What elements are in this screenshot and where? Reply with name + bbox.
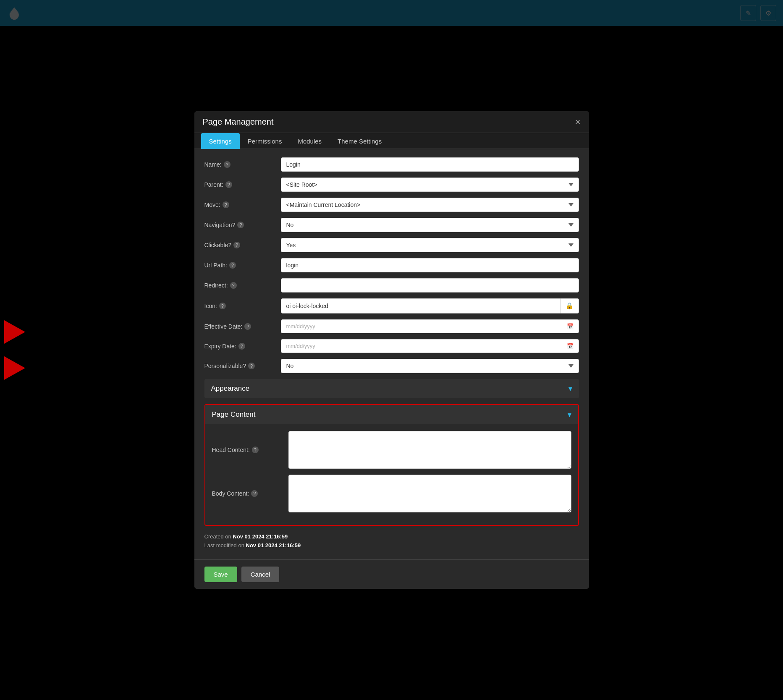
redirect-label: Redirect: ? [204,282,276,289]
body-content-row: Body Content: ? [212,475,571,512]
tab-permissions[interactable]: Permissions [240,133,290,149]
personalizable-row: Personalizable? ? No Yes [204,359,579,373]
modal-title: Page Management [203,117,274,127]
icon-field-group: 🔒 [281,298,579,313]
body-content-label: Body Content: ? [212,490,283,497]
icon-help-icon: ? [219,303,226,309]
appearance-title: Appearance [211,384,250,393]
personalizable-select[interactable]: No Yes [281,359,579,373]
navigation-select[interactable]: No Yes [281,218,579,232]
page-content-body: Head Content: ? Body Content: ? [205,424,578,525]
tab-theme-settings[interactable]: Theme Settings [330,133,390,149]
parent-label: Parent: ? [204,181,276,188]
save-button[interactable]: Save [204,567,237,582]
page-content-header[interactable]: Page Content ▾ [205,405,578,424]
move-row: Move: ? <Maintain Current Location> [204,198,579,212]
navigation-label: Navigation? ? [204,222,276,228]
redirect-help-icon: ? [230,282,237,289]
navigation-row: Navigation? ? No Yes [204,218,579,232]
navigation-help-icon: ? [237,222,244,228]
move-label: Move: ? [204,201,276,208]
close-button[interactable]: × [575,118,581,127]
expiry-date-calendar-icon: 📅 [567,343,574,349]
clickable-help-icon: ? [233,242,240,248]
icon-input[interactable] [281,298,560,313]
arrow-right-1 [4,320,25,344]
cancel-button[interactable]: Cancel [241,567,280,582]
head-content-row: Head Content: ? [212,431,571,469]
page-content-title: Page Content [212,410,256,419]
modal-body: Name: ? Parent: ? <Site Root> Move: ? <M… [194,149,589,559]
icon-row: Icon: ? 🔒 [204,298,579,313]
page-content-chevron-icon: ▾ [568,410,571,419]
name-label: Name: ? [204,161,276,168]
appearance-section: Appearance ▾ [204,379,579,398]
head-content-help-icon: ? [252,447,259,453]
urlpath-label: Url Path: ? [204,262,276,269]
urlpath-row: Url Path: ? [204,258,579,272]
redirect-input[interactable] [281,278,579,293]
move-select[interactable]: <Maintain Current Location> [281,198,579,212]
icon-preview-button[interactable]: 🔒 [560,298,579,313]
expiry-date-label: Expiry Date: ? [204,343,276,350]
parent-select[interactable]: <Site Root> [281,178,579,192]
expiry-date-row: Expiry Date: ? mm/dd/yyyy 📅 [204,339,579,353]
clickable-row: Clickable? ? Yes No [204,238,579,252]
urlpath-help-icon: ? [229,262,236,269]
effective-date-row: Effective Date: ? mm/dd/yyyy 📅 [204,319,579,333]
tab-settings[interactable]: Settings [201,133,240,149]
expiry-date-help-icon: ? [238,343,245,350]
personalizable-label: Personalizable? ? [204,363,276,369]
move-help-icon: ? [223,201,229,208]
clickable-label: Clickable? ? [204,242,276,248]
urlpath-input[interactable] [281,258,579,272]
appearance-header[interactable]: Appearance ▾ [204,379,579,398]
modal-footer: Save Cancel [194,559,589,589]
effective-date-calendar-icon: 📅 [567,323,574,329]
clickable-select[interactable]: Yes No [281,238,579,252]
page-content-section: Page Content ▾ Head Content: ? Body Cont… [204,404,579,526]
body-content-textarea[interactable] [288,475,571,512]
personalizable-help-icon: ? [248,363,255,369]
name-input[interactable] [281,157,579,172]
effective-date-input[interactable]: mm/dd/yyyy 📅 [281,319,579,333]
appearance-chevron-icon: ▾ [568,384,572,393]
redirect-row: Redirect: ? [204,278,579,293]
body-content-help-icon: ? [251,490,258,497]
effective-date-help-icon: ? [244,323,251,330]
arrow-right-2 [4,356,25,380]
tab-bar: Settings Permissions Modules Theme Setti… [194,133,589,149]
arrow-indicator [4,320,25,380]
page-management-modal: Page Management × Settings Permissions M… [194,111,589,589]
parent-help-icon: ? [225,181,232,188]
effective-date-label: Effective Date: ? [204,323,276,330]
parent-row: Parent: ? <Site Root> [204,178,579,192]
icon-label: Icon: ? [204,303,276,309]
created-meta: Created on Nov 01 2024 21:16:59 [204,533,579,540]
modal-header: Page Management × [194,111,589,133]
name-row: Name: ? [204,157,579,172]
tab-modules[interactable]: Modules [290,133,330,149]
modified-meta: Last modified on Nov 01 2024 21:16:59 [204,542,579,549]
name-help-icon: ? [224,161,230,168]
head-content-textarea[interactable] [288,431,571,469]
expiry-date-input[interactable]: mm/dd/yyyy 📅 [281,339,579,353]
head-content-label: Head Content: ? [212,447,283,453]
